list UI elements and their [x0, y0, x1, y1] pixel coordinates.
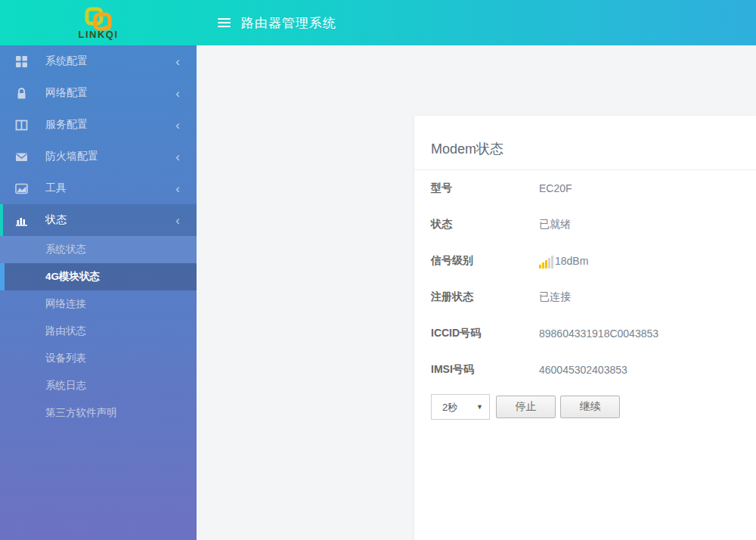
- stop-button[interactable]: 停止: [496, 396, 556, 418]
- app-title: 路由器管理系统: [241, 14, 336, 32]
- sidebar-item-status[interactable]: 状态 ‹: [0, 204, 197, 236]
- field-label: IMSI号码: [414, 363, 539, 377]
- modem-status-card: Modem状态 型号 EC20F 状态 已就绪 信号级别 18dBm 注册状态 …: [414, 116, 756, 540]
- sidebar-subitem-route-status[interactable]: 路由状态: [0, 318, 197, 345]
- brand-name: LINKQI: [78, 29, 118, 39]
- sidebar-subitem-label: 系统状态: [45, 243, 86, 256]
- hamburger-menu-icon[interactable]: [218, 16, 231, 29]
- chevron-left-icon: ‹: [175, 182, 180, 195]
- main-content-area: Modem状态 型号 EC20F 状态 已就绪 信号级别 18dBm 注册状态 …: [197, 45, 756, 540]
- chevron-left-icon: ‹: [175, 151, 180, 163]
- field-label: 注册状态: [414, 290, 539, 304]
- card-title: Modem状态: [431, 140, 503, 158]
- sidebar-subitem-label: 路由状态: [45, 324, 86, 338]
- brand-logo: LINKQI: [0, 0, 197, 45]
- sidebar-subitem-third-party-notice[interactable]: 第三方软件声明: [0, 399, 197, 427]
- signal-bars-icon: [539, 256, 554, 268]
- field-value: 898604331918C0043853: [539, 327, 658, 340]
- sidebar-subitem-network-connection[interactable]: 网络连接: [0, 290, 197, 318]
- field-row-status: 状态 已就绪: [414, 206, 756, 243]
- field-value: EC20F: [539, 182, 572, 194]
- sidebar-item-network-config[interactable]: 网络配置 ‹: [0, 77, 197, 109]
- field-label: ICCID号码: [414, 327, 539, 340]
- field-row-model: 型号 EC20F: [414, 170, 756, 206]
- linkqi-logo-icon: [81, 7, 116, 31]
- chevron-left-icon: ‹: [175, 119, 180, 132]
- bar-chart-icon: [15, 214, 28, 227]
- field-row-registration-status: 注册状态 已连接: [414, 279, 756, 315]
- sidebar-subitem-label: 第三方软件声明: [45, 406, 117, 420]
- envelope-icon: [15, 151, 28, 163]
- sidebar-item-label: 系统配置: [45, 54, 175, 68]
- sidebar-subitem-device-list[interactable]: 设备列表: [0, 345, 197, 372]
- sidebar-subitem-label: 网络连接: [45, 297, 86, 311]
- lock-icon: [15, 87, 28, 100]
- columns-icon: [15, 119, 28, 132]
- field-row-imsi: IMSI号码 460045302403853: [414, 352, 756, 388]
- field-row-signal-level: 信号级别 18dBm: [414, 243, 756, 279]
- sidebar-item-label: 状态: [45, 213, 175, 227]
- sidebar-subitem-system-log[interactable]: 系统日志: [0, 372, 197, 399]
- sidebar-item-system-config[interactable]: 系统配置 ‹: [0, 45, 197, 77]
- field-label: 型号: [414, 182, 539, 195]
- field-row-iccid: ICCID号码 898604331918C0043853: [414, 315, 756, 352]
- field-label: 信号级别: [414, 254, 539, 268]
- sidebar-item-service-config[interactable]: 服务配置 ‹: [0, 109, 197, 141]
- sidebar-subitem-label: 系统日志: [45, 379, 86, 393]
- field-value: 已连接: [539, 290, 571, 304]
- sidebar-item-firewall-config[interactable]: 防火墙配置 ‹: [0, 141, 197, 172]
- chart-area-icon: [15, 182, 28, 195]
- sidebar-subitem-label: 4G模块状态: [45, 270, 100, 284]
- sidebar-item-label: 服务配置: [45, 118, 175, 132]
- sidebar-item-label: 工具: [45, 182, 175, 195]
- app-header: LINKQI 路由器管理系统: [0, 0, 756, 45]
- signal-value-text: 18dBm: [555, 255, 588, 267]
- field-value: 460045302403853: [539, 364, 627, 376]
- sidebar-item-label: 防火墙配置: [45, 150, 175, 163]
- continue-button[interactable]: 继续: [560, 396, 620, 418]
- sidebar-item-tools[interactable]: 工具 ‹: [0, 172, 197, 204]
- field-label: 状态: [414, 218, 539, 231]
- sidebar-subitem-4g-module-status[interactable]: 4G模块状态: [0, 263, 197, 290]
- chevron-left-icon: ‹: [175, 87, 180, 100]
- chevron-left-icon: ‹: [175, 214, 180, 227]
- refresh-interval-select[interactable]: 2秒: [431, 394, 490, 420]
- grid-icon: [15, 55, 28, 68]
- sidebar-subitem-label: 设备列表: [45, 352, 86, 365]
- sidebar-subitem-system-status[interactable]: 系统状态: [0, 236, 197, 263]
- sidebar-item-label: 网络配置: [45, 86, 175, 100]
- sidebar: 系统配置 ‹ 网络配置 ‹ 服务配置 ‹ 防火墙配置 ‹ 工具 ‹: [0, 45, 197, 540]
- field-value: 18dBm: [539, 255, 588, 268]
- field-value: 已就绪: [539, 218, 571, 231]
- refresh-controls: 2秒 ▼ 停止 继续: [414, 394, 756, 420]
- chevron-left-icon: ‹: [175, 55, 180, 68]
- card-header: Modem状态: [414, 116, 756, 170]
- topbar: 路由器管理系统: [197, 0, 756, 45]
